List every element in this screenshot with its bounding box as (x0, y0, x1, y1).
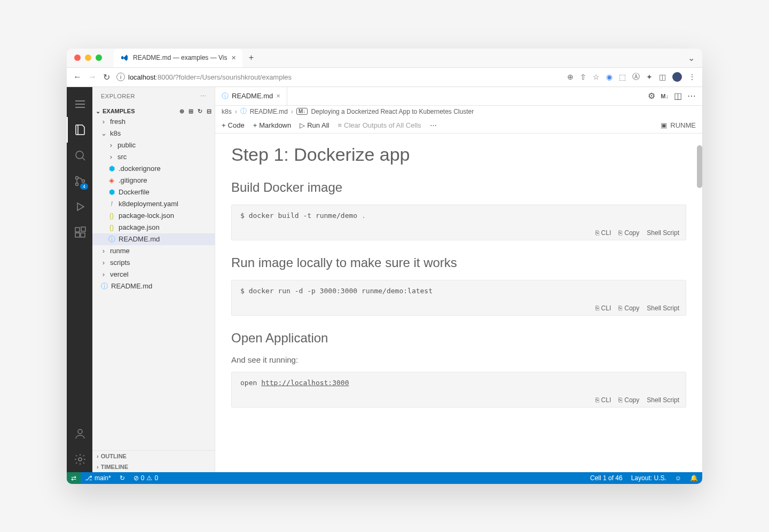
sync-item[interactable]: ↻ (115, 474, 129, 482)
run-debug-activity-icon[interactable] (67, 194, 92, 220)
scrollbar-thumb[interactable] (697, 145, 702, 188)
code-content: $ docker run -d -p 3000:3000 runme/demo:… (232, 280, 686, 301)
close-tab-icon[interactable]: × (276, 92, 280, 100)
browser-tab-close-icon[interactable]: × (232, 53, 236, 62)
editor-tab-readme[interactable]: ⓘ README.md × (215, 87, 287, 105)
tree-file-dockerfile[interactable]: ⬢Dockerfile (92, 186, 215, 198)
info-icon: ⓘ (100, 281, 108, 291)
extensions-puzzle-icon[interactable]: ✦ (646, 73, 653, 81)
extension-1-icon[interactable]: ◉ (606, 73, 613, 81)
bookmark-star-icon[interactable]: ☆ (593, 73, 600, 81)
clear-outputs-button[interactable]: ≡Clear Outputs of All Cells (338, 121, 421, 129)
folder-root-label: EXAMPLES (103, 108, 135, 114)
git-branch-item[interactable]: ⎇main* (81, 474, 115, 482)
code-cell-open[interactable]: open http://localhost:3000 ⎘ CLI ⎘ Copy … (231, 372, 686, 408)
minimize-window-button[interactable] (85, 54, 91, 61)
vscode-favicon-icon (120, 53, 129, 62)
tree-folder-fresh[interactable]: ›fresh (92, 116, 215, 128)
tree-folder-src[interactable]: ›src (92, 151, 215, 163)
explorer-header: EXPLORER ⋯ (92, 87, 215, 106)
close-window-button[interactable] (74, 54, 81, 61)
cli-button[interactable]: ⎘ CLI (595, 396, 611, 404)
settings-activity-icon[interactable] (67, 447, 92, 472)
split-editor-icon[interactable]: ◫ (674, 91, 682, 101)
tree-file-package-lock[interactable]: {}package-lock.json (92, 210, 215, 222)
warning-icon: ⚠ (146, 474, 152, 482)
explorer-more-icon[interactable]: ⋯ (200, 93, 207, 100)
editor-more-icon[interactable]: ⋯ (687, 91, 696, 101)
tree-folder-k8s[interactable]: ⌄k8s (92, 128, 215, 139)
refresh-icon[interactable]: ↻ (198, 108, 202, 115)
source-control-activity-icon[interactable]: 4 (67, 168, 92, 194)
remote-indicator[interactable]: ⇄ (67, 472, 81, 484)
remote-icon: ⇄ (71, 474, 76, 482)
add-markdown-button[interactable]: +Markdown (253, 121, 292, 129)
menu-icon[interactable] (67, 91, 92, 117)
notebook-more-icon[interactable]: ⋯ (430, 121, 437, 129)
collapse-all-icon[interactable]: ⊟ (207, 108, 211, 115)
tree-file-dockerignore[interactable]: ⬢.dockerignore (92, 163, 215, 175)
tree-file-k8deployment[interactable]: !k8deployment.yaml (92, 198, 215, 210)
cell-position-item[interactable]: Cell 1 of 46 (586, 474, 627, 482)
extensions-activity-icon[interactable] (67, 220, 92, 245)
browser-tab[interactable]: README.md — examples — Vis × (114, 49, 242, 67)
url-input[interactable]: i localhost:8000/?folder=/Users/sourishk… (116, 73, 561, 81)
timeline-section[interactable]: ›TIMELINE (92, 461, 215, 472)
tree-file-package-json[interactable]: {}package.json (92, 222, 215, 233)
new-folder-icon[interactable]: ⊞ (189, 108, 193, 115)
search-activity-icon[interactable] (67, 143, 92, 168)
add-code-button[interactable]: +Code (222, 121, 245, 129)
crumb-folder[interactable]: k8s (222, 108, 232, 115)
run-all-button[interactable]: ▷Run All (300, 121, 329, 129)
tree-folder-public[interactable]: ›public (92, 139, 215, 151)
shell-script-label[interactable]: Shell Script (647, 304, 679, 312)
tree-folder-scripts[interactable]: ›scripts (92, 257, 215, 269)
profile-avatar-icon[interactable] (672, 72, 682, 82)
extension-2-icon[interactable]: ⬚ (619, 73, 626, 81)
copy-button[interactable]: ⎘ Copy (618, 229, 639, 237)
cli-button[interactable]: ⎘ CLI (595, 229, 611, 237)
tree-file-readme-root[interactable]: ⓘREADME.md (92, 280, 215, 292)
feedback-icon[interactable]: ☺ (671, 474, 686, 482)
nav-forward-button[interactable]: → (88, 72, 97, 82)
new-tab-button[interactable]: + (249, 53, 254, 62)
nav-back-button[interactable]: ← (73, 72, 82, 82)
crumb-heading[interactable]: Deploying a Dockerized React App to Kube… (311, 108, 474, 115)
shell-script-label[interactable]: Shell Script (647, 229, 679, 237)
outline-section[interactable]: ›OUTLINE (92, 451, 215, 461)
notebook-content[interactable]: Step 1: Dockerize app Build Docker image… (215, 134, 702, 472)
layout-item[interactable]: Layout: U.S. (627, 474, 671, 482)
code-cell-build[interactable]: $ docker build -t runme/demo . ⎘ CLI ⎘ C… (231, 205, 686, 240)
panel-icon[interactable]: ◫ (659, 73, 666, 81)
tree-file-readme-k8s[interactable]: ⓘREADME.md (92, 233, 215, 245)
tree-folder-vercel[interactable]: ›vercel (92, 269, 215, 280)
notifications-icon[interactable]: 🔔 (686, 474, 702, 482)
crumb-file[interactable]: README.md (250, 108, 288, 115)
explorer-activity-icon[interactable] (67, 117, 92, 143)
extension-3-icon[interactable]: Ⓐ (632, 72, 640, 82)
zoom-icon[interactable]: ⊕ (567, 73, 574, 81)
problems-item[interactable]: ⊘0 ⚠0 (129, 474, 162, 482)
nav-reload-button[interactable]: ↻ (103, 72, 110, 82)
copy-button[interactable]: ⎘ Copy (618, 396, 639, 404)
share-icon[interactable]: ⇧ (580, 73, 586, 81)
browser-menu-icon[interactable]: ⋮ (688, 73, 696, 81)
run-config-icon[interactable]: ⚙ (648, 91, 655, 101)
runme-kernel[interactable]: ▣RUNME (661, 121, 696, 129)
cli-button[interactable]: ⎘ CLI (595, 304, 611, 312)
shell-script-label[interactable]: Shell Script (647, 396, 679, 404)
tree-file-gitignore[interactable]: ◈.gitignore (92, 175, 215, 186)
breadcrumbs[interactable]: k8s › ⓘ README.md › M↓ Deploying a Docke… (215, 106, 702, 118)
maximize-window-button[interactable] (96, 54, 102, 61)
copy-button[interactable]: ⎘ Copy (618, 304, 639, 312)
new-file-icon[interactable]: ⊕ (179, 108, 184, 115)
site-info-icon[interactable]: i (116, 73, 125, 81)
account-activity-icon[interactable] (67, 421, 92, 447)
folder-root-header[interactable]: ⌄ EXAMPLES ⊕ ⊞ ↻ ⊟ (92, 107, 215, 116)
tree-folder-runme[interactable]: ›runme (92, 245, 215, 257)
markdown-badge[interactable]: M↓ (661, 93, 669, 99)
tab-list-chevron-icon[interactable]: ⌄ (688, 53, 695, 63)
code-cell-run[interactable]: $ docker run -d -p 3000:3000 runme/demo:… (231, 280, 686, 316)
chevron-right-icon: › (107, 141, 115, 149)
notebook-toolbar: +Code +Markdown ▷Run All ≡Clear Outputs … (215, 118, 702, 134)
